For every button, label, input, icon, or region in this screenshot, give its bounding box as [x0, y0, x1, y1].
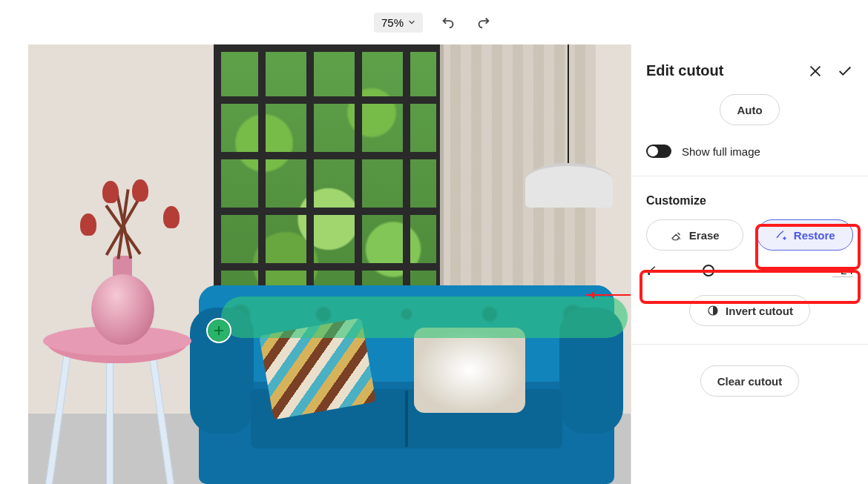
brush-icon [646, 264, 660, 277]
erase-icon [670, 228, 683, 242]
flower-bloom [132, 179, 148, 202]
auto-button[interactable]: Auto [720, 94, 779, 125]
tool-row: Erase Restore [646, 219, 853, 251]
erase-label: Erase [689, 229, 720, 242]
confirm-icon[interactable] [837, 63, 853, 79]
undo-icon [440, 14, 456, 30]
brush-cursor [206, 318, 231, 343]
restore-button[interactable]: Restore [757, 219, 854, 251]
show-full-toggle[interactable] [646, 145, 671, 158]
topbar: 75% [0, 0, 868, 44]
redo-icon [476, 14, 492, 30]
flower-bloom [80, 213, 96, 236]
flower-bloom [163, 206, 180, 228]
chevron-down-icon [408, 19, 415, 26]
sofa-seat-gap [405, 391, 408, 447]
brush-size-slider[interactable] [668, 270, 823, 271]
customize-header: Customize [646, 194, 853, 208]
lamp-cord [568, 44, 569, 174]
show-full-label: Show full image [682, 145, 760, 158]
zoom-select[interactable]: 75% [374, 13, 423, 33]
invert-button[interactable]: Invert cutout [689, 295, 810, 326]
undo-button[interactable] [438, 12, 458, 33]
panel-header: Edit cutout [646, 62, 853, 79]
panel-title: Edit cutout [646, 62, 723, 79]
restore-icon [775, 228, 788, 242]
lamp-shade [525, 163, 613, 208]
close-icon[interactable] [807, 63, 823, 79]
flower-bloom [102, 181, 119, 203]
table-leg [106, 354, 114, 484]
brush-size-row: 24 [646, 262, 853, 280]
auto-label: Auto [737, 104, 762, 116]
slider-thumb[interactable] [703, 265, 714, 276]
redo-button[interactable] [473, 12, 494, 33]
restore-stroke [221, 296, 628, 338]
erase-button[interactable]: Erase [646, 219, 743, 251]
clear-button[interactable]: Clear cutout [700, 365, 800, 397]
canvas[interactable] [28, 44, 631, 484]
invert-label: Invert cutout [726, 305, 793, 317]
right-panel: Edit cutout Auto Show full image Customi… [631, 44, 868, 484]
zoom-value: 75% [381, 16, 404, 29]
toggle-knob [648, 146, 658, 156]
divider [631, 344, 868, 345]
brush-size-value[interactable]: 24 [832, 264, 853, 277]
annotation-arrow [586, 294, 631, 296]
divider [631, 176, 868, 176]
invert-icon [706, 304, 720, 317]
clear-label: Clear cutout [717, 375, 783, 388]
vase [91, 274, 154, 345]
svg-point-0 [648, 273, 650, 275]
restore-label: Restore [794, 229, 835, 242]
pillow-fur [414, 328, 525, 413]
